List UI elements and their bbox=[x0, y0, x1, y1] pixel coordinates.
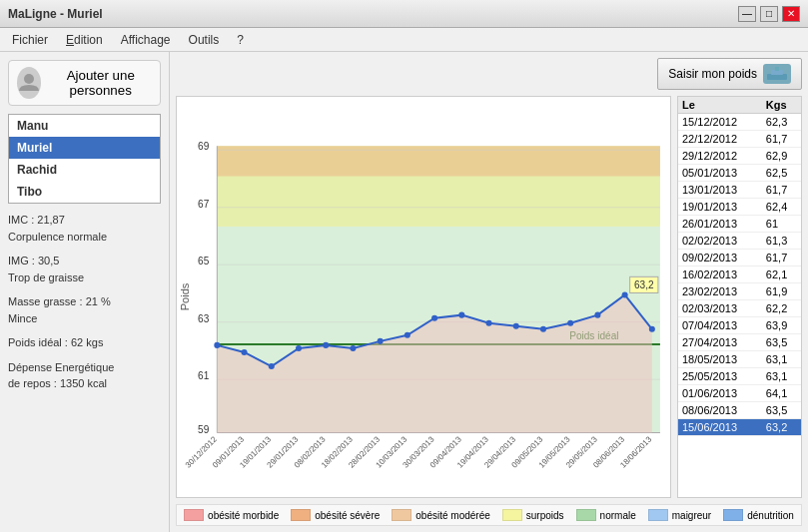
table-cell-date: 07/04/2013 bbox=[678, 317, 762, 334]
legend-color-box bbox=[392, 509, 411, 521]
table-row[interactable]: 08/06/201363,5 bbox=[678, 402, 801, 419]
table-cell-date: 18/05/2013 bbox=[678, 351, 762, 368]
table-cell-date: 15/12/2012 bbox=[678, 114, 762, 131]
table-cell-kgs: 62,3 bbox=[762, 114, 801, 131]
menu-fichier[interactable]: Fichier bbox=[4, 31, 56, 49]
legend-item: dénutrition bbox=[723, 509, 794, 521]
table-cell-kgs: 62,4 bbox=[762, 199, 801, 216]
person-rachid[interactable]: Rachid bbox=[9, 159, 160, 181]
svg-point-27 bbox=[296, 345, 302, 351]
add-person-button[interactable]: Ajouter une personnes bbox=[8, 60, 161, 106]
person-list: Manu Muriel Rachid Tibo bbox=[8, 114, 161, 204]
window-controls: — □ ✕ bbox=[738, 6, 800, 22]
table-row[interactable]: 26/01/201361 bbox=[678, 216, 801, 233]
svg-point-26 bbox=[269, 363, 275, 369]
main-content: Ajouter une personnes Manu Muriel Rachid… bbox=[0, 52, 808, 532]
table-cell-date: 02/03/2013 bbox=[678, 300, 762, 317]
svg-point-31 bbox=[404, 332, 410, 338]
top-right: Saisir mon poids bbox=[176, 58, 802, 90]
right-area: Saisir mon poids bbox=[170, 52, 808, 532]
table-row[interactable]: 13/01/201361,7 bbox=[678, 182, 801, 199]
titlebar: MaLigne - Muriel — □ ✕ bbox=[0, 0, 808, 28]
col-kgs-header: Kgs bbox=[762, 97, 801, 114]
table-cell-date: 22/12/2012 bbox=[678, 131, 762, 148]
legend-color-box bbox=[184, 509, 204, 521]
table-row[interactable]: 23/02/201361,9 bbox=[678, 283, 801, 300]
legend-label: obésité modérée bbox=[415, 510, 490, 521]
legend: obésité morbideobésité sévèreobésité mod… bbox=[176, 504, 802, 526]
table-row[interactable]: 09/02/201361,7 bbox=[678, 250, 801, 266]
table-row[interactable]: 19/01/201362,4 bbox=[678, 199, 801, 216]
svg-point-40 bbox=[649, 326, 655, 332]
table-row[interactable]: 22/12/201261,7 bbox=[678, 131, 801, 148]
table-cell-kgs: 62,9 bbox=[762, 148, 801, 165]
svg-point-35 bbox=[513, 323, 519, 329]
table-cell-date: 26/01/2013 bbox=[678, 216, 762, 233]
weight-table: Le Kgs 15/12/201262,322/12/201261,729/12… bbox=[678, 97, 801, 436]
chart-container: 69 67 65 63 61 59 Poids bbox=[176, 96, 802, 498]
table-cell-kgs: 63,9 bbox=[762, 317, 801, 334]
masse-sub: Mince bbox=[8, 310, 161, 327]
table-cell-date: 29/12/2012 bbox=[678, 148, 762, 165]
table-row[interactable]: 18/05/201363,1 bbox=[678, 351, 801, 368]
table-row[interactable]: 29/12/201262,9 bbox=[678, 148, 801, 165]
table-cell-date: 25/05/2013 bbox=[678, 368, 762, 385]
legend-item: obésité morbide bbox=[184, 509, 279, 521]
table-row[interactable]: 25/05/201363,1 bbox=[678, 368, 801, 385]
svg-point-28 bbox=[323, 342, 329, 348]
menu-affichage[interactable]: Affichage bbox=[113, 31, 179, 49]
legend-item: maigreur bbox=[648, 509, 711, 521]
saisir-button[interactable]: Saisir mon poids bbox=[657, 58, 802, 90]
svg-text:63,2: 63,2 bbox=[634, 279, 654, 290]
saisir-label: Saisir mon poids bbox=[668, 67, 757, 81]
table-cell-kgs: 63,5 bbox=[762, 334, 801, 351]
table-row[interactable]: 01/06/201364,1 bbox=[678, 385, 801, 402]
legend-label: obésité morbide bbox=[208, 510, 279, 521]
table-cell-kgs: 61 bbox=[762, 216, 801, 233]
table-cell-date: 09/02/2013 bbox=[678, 250, 762, 266]
menu-outils[interactable]: Outils bbox=[181, 31, 228, 49]
svg-point-29 bbox=[350, 345, 356, 351]
table-row[interactable]: 15/06/201363,2 bbox=[678, 419, 801, 436]
person-muriel[interactable]: Muriel bbox=[9, 137, 160, 159]
table-cell-kgs: 62,5 bbox=[762, 165, 801, 182]
minimize-button[interactable]: — bbox=[738, 6, 756, 22]
table-cell-kgs: 62,2 bbox=[762, 300, 801, 317]
table-cell-date: 15/06/2013 bbox=[678, 419, 762, 436]
menu-edition[interactable]: Edition bbox=[58, 31, 111, 49]
table-row[interactable]: 16/02/201362,1 bbox=[678, 266, 801, 283]
svg-point-24 bbox=[214, 342, 220, 348]
legend-color-box bbox=[576, 509, 596, 521]
legend-label: obésité sévère bbox=[315, 510, 380, 521]
table-cell-date: 01/06/2013 bbox=[678, 385, 762, 402]
table-row[interactable]: 27/04/201363,5 bbox=[678, 334, 801, 351]
depense-sub: de repos : 1350 kcal bbox=[8, 375, 161, 392]
table-row[interactable]: 05/01/201362,5 bbox=[678, 165, 801, 182]
legend-item: obésité sévère bbox=[291, 509, 380, 521]
legend-color-box bbox=[502, 509, 522, 521]
table-row[interactable]: 07/04/201363,9 bbox=[678, 317, 801, 334]
maximize-button[interactable]: □ bbox=[760, 6, 778, 22]
legend-label: surpoids bbox=[526, 510, 564, 521]
table-cell-kgs: 64,1 bbox=[762, 385, 801, 402]
table-cell-kgs: 61,3 bbox=[762, 233, 801, 250]
svg-point-39 bbox=[622, 291, 628, 297]
person-tibo[interactable]: Tibo bbox=[9, 181, 160, 203]
table-cell-kgs: 63,5 bbox=[762, 402, 801, 419]
table-row[interactable]: 02/03/201362,2 bbox=[678, 300, 801, 317]
person-manu[interactable]: Manu bbox=[9, 115, 160, 137]
table-row[interactable]: 02/02/201361,3 bbox=[678, 233, 801, 250]
masse-label: Masse grasse : 21 % bbox=[8, 293, 161, 310]
weight-chart: 69 67 65 63 61 59 Poids bbox=[177, 97, 670, 497]
table-cell-kgs: 61,7 bbox=[762, 131, 801, 148]
table-row[interactable]: 15/12/201262,3 bbox=[678, 114, 801, 131]
table-cell-date: 08/06/2013 bbox=[678, 402, 762, 419]
left-panel: Ajouter une personnes Manu Muriel Rachid… bbox=[0, 52, 170, 532]
data-table-container[interactable]: Le Kgs 15/12/201262,322/12/201261,729/12… bbox=[677, 96, 802, 498]
legend-color-box bbox=[648, 509, 668, 521]
table-cell-date: 02/02/2013 bbox=[678, 233, 762, 250]
close-button[interactable]: ✕ bbox=[782, 6, 800, 22]
menu-help[interactable]: ? bbox=[229, 31, 252, 49]
imc-label: IMC : 21,87 bbox=[8, 212, 161, 229]
svg-point-30 bbox=[378, 338, 384, 344]
